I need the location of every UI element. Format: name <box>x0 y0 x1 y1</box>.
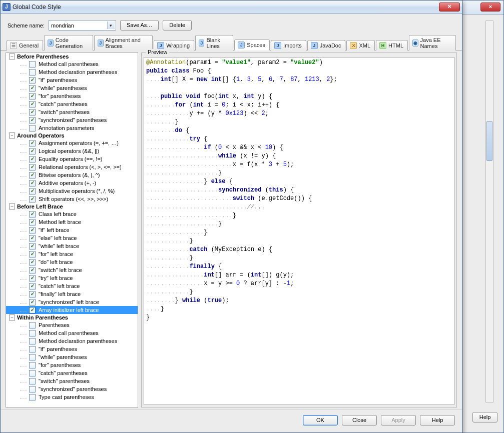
tab-imports[interactable]: JImports <box>271 40 306 50</box>
checkbox[interactable] <box>29 101 36 108</box>
checkbox[interactable] <box>29 251 36 258</box>
tree-item[interactable]: "synchronized" parentheses <box>6 385 138 393</box>
tree-item[interactable]: Type cast parentheses <box>6 393 138 401</box>
apply-button[interactable]: Apply <box>381 415 416 426</box>
close-icon[interactable]: × <box>439 2 460 12</box>
chevron-down-icon[interactable] <box>107 22 115 29</box>
checkbox[interactable] <box>29 386 36 392</box>
checkbox[interactable] <box>29 338 36 344</box>
background-help-button[interactable]: Help <box>472 412 497 422</box>
collapse-icon[interactable] <box>9 54 15 60</box>
checkbox[interactable] <box>29 211 36 218</box>
tab-general[interactable]: ☰General <box>7 40 43 50</box>
checkbox[interactable] <box>29 346 36 352</box>
checkbox[interactable] <box>29 61 36 68</box>
checkbox[interactable] <box>29 299 36 306</box>
ok-button[interactable]: OK <box>303 415 338 426</box>
tab-javadoc[interactable]: JJavaDoc <box>307 40 346 50</box>
checkbox[interactable] <box>29 77 36 84</box>
checkbox[interactable] <box>29 219 36 226</box>
background-close-button[interactable]: × <box>480 2 500 12</box>
tree-item[interactable]: Multiplicative operators (*, /, %) <box>6 187 138 195</box>
checkbox[interactable] <box>29 275 36 282</box>
tree-item[interactable]: Logical operators (&&, ||) <box>6 147 138 155</box>
checkbox[interactable] <box>29 307 36 314</box>
checkbox[interactable] <box>29 394 36 400</box>
checkbox[interactable] <box>29 156 36 162</box>
close-button[interactable]: Close <box>342 415 377 426</box>
tree-item[interactable]: Annotation parameters <box>6 124 138 132</box>
tree-group[interactable]: Before Parentheses <box>6 53 138 60</box>
code-preview[interactable]: @Annotation(param1 = "value1", param2 = … <box>144 57 454 405</box>
collapse-icon[interactable] <box>9 132 15 138</box>
checkbox[interactable] <box>29 188 36 194</box>
tree-item[interactable]: "catch" left brace <box>6 282 138 290</box>
tree-item[interactable]: "switch" left brace <box>6 266 138 274</box>
tree-item[interactable]: Parentheses <box>6 321 138 329</box>
tree-item[interactable]: "catch" parentheses <box>6 369 138 377</box>
tree-item[interactable]: "if" parentheses <box>6 345 138 353</box>
tab-alignment-and-braces[interactable]: JAlignment and Braces <box>94 35 153 50</box>
tree-item[interactable]: "synchronized" left brace <box>6 298 138 306</box>
tree-item[interactable]: "try" left brace <box>6 274 138 282</box>
tree-item[interactable]: Additive operators (+, -) <box>6 179 138 187</box>
checkbox[interactable] <box>29 148 36 154</box>
tab-xml[interactable]: XXML <box>346 40 375 50</box>
tab-html[interactable]: HHTML <box>376 40 408 50</box>
tab-java-ee-names[interactable]: ◉Java EE Names <box>409 35 456 50</box>
tree-group[interactable]: Before Left Brace <box>6 203 138 210</box>
tree-item[interactable]: "while" parentheses <box>6 84 138 92</box>
tab-code-generation[interactable]: JCode Generation <box>44 35 93 50</box>
tree-item[interactable]: "for" parentheses <box>6 92 138 100</box>
tree-item[interactable]: Bitwise operators (&, |, ^) <box>6 171 138 179</box>
checkbox[interactable] <box>29 267 36 274</box>
checkbox[interactable] <box>29 235 36 242</box>
tree-item[interactable]: "finally" left brace <box>6 290 138 298</box>
background-scrollbar[interactable] <box>485 20 493 402</box>
checkbox[interactable] <box>29 164 36 170</box>
tree-item[interactable]: "for" left brace <box>6 250 138 258</box>
checkbox[interactable] <box>29 283 36 290</box>
checkbox[interactable] <box>29 85 36 92</box>
tree-item[interactable]: Relational operators (<, >, <=, >=) <box>6 163 138 171</box>
options-tree[interactable]: Before ParenthesesMethod call parenthese… <box>6 52 138 408</box>
tree-item[interactable]: Method call parentheses <box>6 329 138 337</box>
tree-item[interactable]: "if" left brace <box>6 226 138 234</box>
checkbox[interactable] <box>29 330 36 336</box>
tree-item[interactable]: "switch" parentheses <box>6 108 138 116</box>
help-button[interactable]: Help <box>420 415 455 426</box>
titlebar[interactable]: Global Code Style × <box>1 0 462 14</box>
checkbox[interactable] <box>29 117 36 124</box>
tree-item[interactable]: "else" left brace <box>6 234 138 242</box>
tree-item[interactable]: Method call parentheses <box>6 60 138 68</box>
checkbox[interactable] <box>29 291 36 298</box>
tree-item[interactable]: "synchronized" parentheses <box>6 116 138 124</box>
tab-spaces[interactable]: JSpaces <box>234 40 270 50</box>
tree-item[interactable]: Shift operators (<<, >>, >>>) <box>6 195 138 203</box>
checkbox[interactable] <box>29 243 36 250</box>
checkbox[interactable] <box>29 322 36 328</box>
checkbox[interactable] <box>29 109 36 116</box>
checkbox[interactable] <box>29 172 36 178</box>
tree-item[interactable]: "do" left brace <box>6 258 138 266</box>
tree-group[interactable]: Around Operators <box>6 132 138 139</box>
tree-item[interactable]: "switch" parentheses <box>6 377 138 385</box>
tree-item[interactable]: Method declaration parentheses <box>6 68 138 76</box>
checkbox[interactable] <box>29 354 36 360</box>
scheme-combo[interactable]: mondrian <box>49 20 116 30</box>
checkbox[interactable] <box>29 93 36 100</box>
tree-item[interactable]: Equality operators (==, !=) <box>6 155 138 163</box>
tree-item[interactable]: Class left brace <box>6 210 138 218</box>
tree-item[interactable]: Method declaration parentheses <box>6 337 138 345</box>
tree-item[interactable]: "while" parentheses <box>6 353 138 361</box>
checkbox[interactable] <box>29 227 36 234</box>
collapse-icon[interactable] <box>9 314 15 320</box>
tree-item[interactable]: "catch" parentheses <box>6 100 138 108</box>
tree-group[interactable]: Within Parentheses <box>6 314 138 321</box>
tree-item[interactable]: "for" parentheses <box>6 361 138 369</box>
checkbox[interactable] <box>29 180 36 186</box>
checkbox[interactable] <box>29 378 36 384</box>
tree-item[interactable]: "while" left brace <box>6 242 138 250</box>
checkbox[interactable] <box>29 196 36 202</box>
tree-item[interactable]: Array initializer left brace <box>6 306 138 314</box>
